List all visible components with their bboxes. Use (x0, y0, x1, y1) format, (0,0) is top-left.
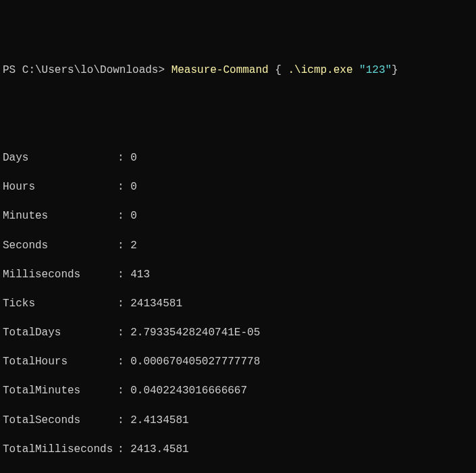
output-label: TotalMinutes (3, 384, 117, 399)
output-value: 0 (130, 181, 137, 193)
blank-line (3, 93, 473, 108)
output-label: TotalDays (3, 326, 117, 341)
output-label: Minutes (3, 209, 117, 224)
output-label: TotalHours (3, 355, 117, 370)
argument-string: "123" (359, 64, 392, 76)
output-row: TotalDays: 2.79335428240741E-05 (3, 326, 473, 341)
output-label: TotalSeconds (3, 414, 117, 428)
output-value: 0.0402243016666667 (130, 385, 247, 397)
brace-open: { (275, 64, 288, 76)
output-value: 0 (130, 152, 137, 164)
output-value: 2.79335428240741E-05 (130, 327, 260, 339)
output-value: 413 (130, 269, 150, 281)
output-label: TotalMilliseconds (3, 443, 117, 457)
terminal-output[interactable]: PS C:\Users\lo\Downloads> Measure-Comman… (3, 63, 473, 473)
output-row: TotalMinutes: 0.0402243016666667 (3, 384, 473, 399)
command-line-1: PS C:\Users\lo\Downloads> Measure-Comman… (3, 63, 473, 78)
output-value: 2413.4581 (130, 443, 188, 455)
output-value: 2 (130, 240, 137, 252)
output-value: 2.4134581 (130, 414, 188, 426)
output-value: 24134581 (130, 298, 182, 310)
output-label: Days (3, 151, 117, 166)
blank-line (3, 122, 473, 137)
output-label: Ticks (3, 297, 117, 312)
prompt-prefix: PS C:\Users\lo\Downloads> (3, 64, 171, 76)
output-label: Seconds (3, 239, 117, 254)
output-label: Milliseconds (3, 268, 117, 283)
output-row: TotalSeconds: 2.4134581 (3, 414, 473, 428)
output-row: Days: 0 (3, 151, 473, 166)
command-name: Measure-Command (171, 64, 275, 76)
output-row: TotalHours: 0.000670405027777778 (3, 355, 473, 370)
output-value: 0.000670405027777778 (130, 356, 260, 368)
output-row: Ticks: 24134581 (3, 297, 473, 312)
output-row: Minutes: 0 (3, 209, 473, 224)
exe-name: .\icmp.exe (288, 64, 359, 76)
output-row: Milliseconds: 413 (3, 268, 473, 283)
brace-close: } (392, 64, 398, 76)
output-label: Hours (3, 180, 117, 195)
output-row: Seconds: 2 (3, 239, 473, 254)
output-value: 0 (130, 210, 137, 222)
output-row: Hours: 0 (3, 180, 473, 195)
output-row: TotalMilliseconds: 2413.4581 (3, 443, 473, 457)
